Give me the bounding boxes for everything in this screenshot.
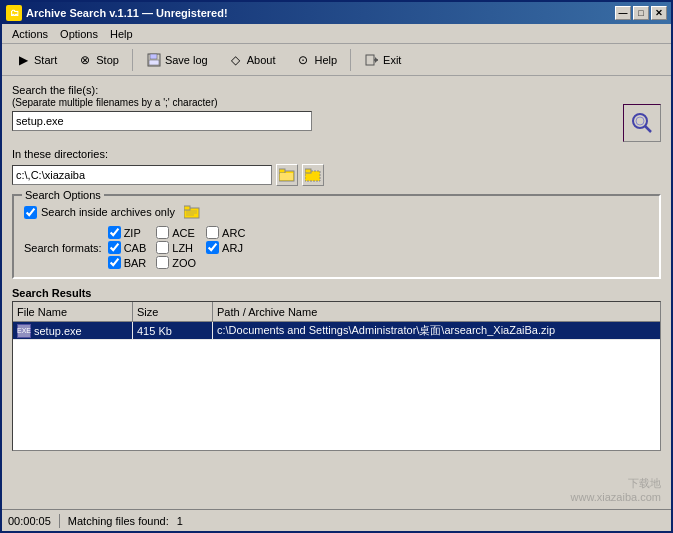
about-label: About [247, 54, 276, 66]
cab-label: CAB [124, 242, 147, 254]
stop-icon: ⊗ [77, 52, 93, 68]
status-timer: 00:00:05 [8, 515, 51, 527]
lzh-label: LZH [172, 242, 193, 254]
bar-label: BAR [124, 257, 147, 269]
browse-button-1[interactable] [276, 164, 298, 186]
format-cab: CAB [108, 241, 147, 254]
about-icon: ◇ [228, 52, 244, 68]
watermark-line2: www.xiazaiba.com [571, 491, 661, 503]
status-bar: 00:00:05 Matching files found: 1 [2, 509, 671, 531]
col-size-header[interactable]: Size [133, 302, 213, 321]
savelog-button[interactable]: Save log [137, 47, 217, 73]
svg-rect-13 [305, 169, 311, 173]
ace-checkbox[interactable] [156, 226, 169, 239]
archives-icon [183, 204, 201, 220]
zoo-checkbox[interactable] [156, 256, 169, 269]
title-bar-left: 🗂 Archive Search v.1.11 — Unregistered! [6, 5, 228, 21]
close-button[interactable]: ✕ [651, 6, 667, 20]
zoo-label: ZOO [172, 257, 196, 269]
browse-button-2[interactable] [302, 164, 324, 186]
results-header: File Name Size Path / Archive Name [13, 302, 660, 322]
exit-icon [364, 52, 380, 68]
results-table[interactable]: File Name Size Path / Archive Name EXE s… [12, 301, 661, 451]
help-button[interactable]: ⊙ Help [286, 47, 346, 73]
menu-options[interactable]: Options [54, 24, 104, 43]
minimize-button[interactable]: — [615, 6, 631, 20]
app-window: 🗂 Archive Search v.1.11 — Unregistered! … [0, 0, 673, 533]
savelog-label: Save log [165, 54, 208, 66]
matching-count: 1 [177, 515, 183, 527]
savelog-icon [146, 52, 162, 68]
menu-help[interactable]: Help [104, 24, 139, 43]
format-zip: ZIP [108, 226, 147, 239]
col-filename-header[interactable]: File Name [13, 302, 133, 321]
stop-label: Stop [96, 54, 119, 66]
search-options-group: Search Options Search inside archives on… [12, 194, 661, 279]
file-search-input[interactable] [12, 111, 312, 131]
title-bar: 🗂 Archive Search v.1.11 — Unregistered! … [2, 2, 671, 24]
format-arc: ARC [206, 226, 245, 239]
col-path-header[interactable]: Path / Archive Name [213, 302, 660, 321]
archives-only-label: Search inside archives only [41, 206, 175, 218]
svg-point-8 [636, 117, 644, 125]
dir-input[interactable] [12, 165, 272, 185]
file-field-group: Search the file(s): (Separate multiple f… [12, 84, 615, 131]
arc-checkbox[interactable] [206, 226, 219, 239]
start-button[interactable]: ▶ Start [6, 47, 66, 73]
dir-label: In these directories: [12, 148, 661, 160]
svg-point-6 [633, 114, 647, 128]
exit-label: Exit [383, 54, 401, 66]
dir-row [12, 164, 661, 186]
svg-rect-11 [280, 173, 293, 180]
file-icon: EXE [17, 324, 31, 338]
help-label: Help [314, 54, 337, 66]
dir-section: In these directories: [12, 148, 661, 186]
format-bar: BAR [108, 256, 147, 269]
about-button[interactable]: ◇ About [219, 47, 285, 73]
file-search-section: Search the file(s): (Separate multiple f… [12, 84, 661, 142]
format-arj: ARJ [206, 241, 245, 254]
exit-button[interactable]: Exit [355, 47, 410, 73]
toolbar-separator-2 [350, 49, 351, 71]
start-label: Start [34, 54, 57, 66]
zip-checkbox[interactable] [108, 226, 121, 239]
menu-actions[interactable]: Actions [6, 24, 54, 43]
app-icon: 🗂 [6, 5, 22, 21]
file-label: Search the file(s): [12, 84, 615, 96]
matching-label: Matching files found: [68, 515, 169, 527]
stop-button[interactable]: ⊗ Stop [68, 47, 128, 73]
zip-label: ZIP [124, 227, 141, 239]
watermark: 下载地 www.xiazaiba.com [571, 476, 661, 503]
svg-rect-1 [150, 54, 157, 59]
svg-rect-10 [279, 169, 285, 173]
archives-only-checkbox[interactable] [24, 206, 37, 219]
cell-size: 415 Kb [133, 322, 213, 339]
start-icon: ▶ [15, 52, 31, 68]
search-start-icon-btn[interactable] [623, 104, 661, 142]
table-row[interactable]: EXE setup.exe 415 Kb c:\Documents and Se… [13, 322, 660, 340]
svg-rect-3 [366, 55, 374, 65]
content-area: Search the file(s): (Separate multiple f… [2, 76, 671, 459]
svg-rect-2 [149, 60, 159, 65]
window-title: Archive Search v.1.11 — Unregistered! [26, 7, 228, 19]
arj-checkbox[interactable] [206, 241, 219, 254]
format-zoo: ZOO [156, 256, 196, 269]
help-icon: ⊙ [295, 52, 311, 68]
format-lzh: LZH [156, 241, 196, 254]
toolbar: ▶ Start ⊗ Stop Save log ◇ About ⊙ Help [2, 44, 671, 76]
svg-line-7 [645, 126, 651, 132]
lzh-checkbox[interactable] [156, 241, 169, 254]
format-ace: ACE [156, 226, 196, 239]
archives-only-row: Search inside archives only [24, 204, 649, 220]
toolbar-separator-1 [132, 49, 133, 71]
cab-checkbox[interactable] [108, 241, 121, 254]
svg-rect-15 [184, 206, 190, 210]
cell-path: c:\Documents and Settings\Administrator\… [213, 322, 660, 339]
filename-text: setup.exe [34, 325, 82, 337]
bar-checkbox[interactable] [108, 256, 121, 269]
status-divider-1 [59, 514, 60, 528]
results-title: Search Results [12, 287, 661, 299]
menu-bar: Actions Options Help [2, 24, 671, 44]
formats-label: Search formats: [24, 242, 102, 254]
maximize-button[interactable]: □ [633, 6, 649, 20]
